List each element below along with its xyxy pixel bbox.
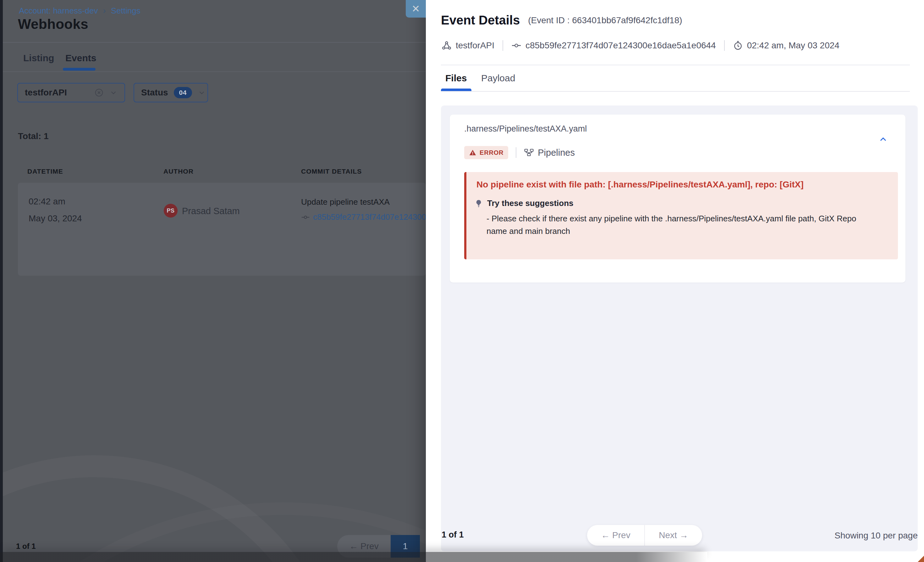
column-header-author: AUTHOR — [164, 167, 194, 175]
breadcrumb-account-link[interactable]: Account: harness-dev — [19, 6, 98, 16]
prev-button[interactable]: ← Prev — [587, 530, 644, 540]
status-count-badge: 04 — [174, 87, 192, 98]
error-message-box: No pipeline exist with file path: [.harn… — [464, 172, 898, 259]
header-divider — [3, 42, 426, 43]
per-page-label: Showing 10 per page — [834, 531, 918, 541]
file-result-card: .harness/Pipelines/testAXA.yaml ERROR — [450, 115, 906, 282]
commit-message: Update pipeline testAXA — [301, 197, 390, 207]
column-header-commit-details: COMMIT DETAILS — [301, 167, 362, 175]
tab-payload[interactable]: Payload — [481, 73, 515, 84]
event-table-row[interactable]: 02:42 am May 03, 2024 PS Prasad Satam Up… — [18, 183, 426, 276]
event-date: May 03, 2024 — [28, 214, 82, 224]
column-header-datetime: DATETIME — [27, 167, 63, 175]
author-name: Prasad Satam — [182, 206, 240, 216]
commit-hash-row: c85b59fe27713f74d07e124300e16dae5a1e0644 — [301, 212, 426, 222]
chevron-down-icon[interactable] — [110, 88, 117, 97]
entity-type: Pipelines — [524, 148, 575, 158]
active-tab-underline — [63, 68, 96, 71]
commit-meta: c85b59fe27713f74d07e124300e16dae5a1e0644 — [512, 40, 716, 51]
tabs-divider — [3, 71, 426, 72]
screen: Account: harness-dev › Settings Webhooks… — [0, 0, 924, 562]
tab-files[interactable]: Files — [446, 73, 467, 84]
clock-icon — [733, 40, 743, 51]
webhook-icon — [442, 40, 452, 51]
webhook-meta: testforAPI — [442, 40, 494, 51]
breadcrumb-chevron-icon: › — [103, 6, 106, 16]
page-title: Webhooks — [18, 16, 88, 32]
left-edge-strip — [0, 0, 3, 562]
drawer-title: Event Details — [441, 13, 520, 27]
corner-resize-marker — [918, 556, 924, 562]
breadcrumb-settings-link[interactable]: Settings — [111, 6, 141, 16]
suggestions-header: Try these suggestions — [475, 199, 574, 208]
chevron-up-icon[interactable] — [878, 135, 888, 144]
pipelines-icon — [524, 148, 534, 158]
webhook-filter-value: testforAPI — [25, 88, 88, 98]
commit-hash-link[interactable]: c85b59fe27713f74d07e124300e16dae5a1e0644 — [313, 212, 426, 222]
page-count-summary: 1 of 1 — [16, 542, 36, 551]
warning-triangle-icon — [469, 149, 477, 156]
prev-page-button[interactable]: ← Prev — [337, 541, 391, 552]
error-status-badge: ERROR — [464, 146, 508, 159]
commit-hash-text: c85b59fe27713f74d07e124300e16dae5a1e0644 — [525, 40, 716, 51]
event-id: (Event ID : 663401bb67af9f642fc1df18) — [528, 15, 682, 25]
suggestion-text: - Please check if there exist any pipeli… — [486, 212, 861, 238]
error-status-label: ERROR — [480, 149, 504, 156]
author-avatar: PS — [164, 204, 178, 218]
total-count: Total: 1 — [18, 131, 48, 141]
next-button[interactable]: Next → — [645, 530, 702, 540]
entity-type-label: Pipelines — [538, 148, 575, 158]
file-status-row: ERROR Pipelines — [464, 145, 575, 160]
timestamp-meta: 02:42 am, May 03 2024 — [733, 40, 840, 51]
commit-icon — [301, 213, 310, 222]
error-title: No pipeline exist with file path: [.harn… — [477, 179, 804, 190]
event-meta-row: testforAPI c85b59fe27713f74d07e124300e16… — [442, 40, 840, 51]
lightbulb-icon — [475, 199, 483, 208]
webhook-filter-dropdown[interactable]: testforAPI — [17, 83, 125, 102]
breadcrumb: Account: harness-dev › Settings — [19, 6, 141, 16]
drawer-tabs-divider — [441, 91, 910, 92]
status-row-divider — [516, 147, 516, 158]
event-time: 02:42 am — [28, 197, 65, 206]
files-tab-content: .harness/Pipelines/testAXA.yaml ERROR — [441, 106, 918, 552]
event-details-drawer: Event Details (Event ID : 663401bb67af9f… — [426, 0, 924, 562]
drawer-page-summary: 1 of 1 — [442, 530, 464, 540]
status-filter-label: Status — [141, 88, 168, 98]
tab-listing[interactable]: Listing — [23, 53, 54, 63]
commit-icon — [512, 40, 521, 51]
file-path: .harness/Pipelines/testAXA.yaml — [464, 124, 587, 134]
bottom-overlay-bar — [0, 552, 707, 562]
close-drawer-button[interactable]: ✕ — [406, 0, 426, 18]
drawer-header-divider — [441, 65, 910, 65]
tab-events[interactable]: Events — [65, 53, 96, 63]
suggestions-title: Try these suggestions — [487, 199, 574, 208]
drawer-header: Event Details (Event ID : 663401bb67af9f… — [441, 13, 682, 27]
chevron-down-icon[interactable] — [198, 88, 206, 97]
clear-filter-icon[interactable] — [94, 88, 104, 97]
meta-divider — [724, 40, 725, 51]
status-filter-dropdown[interactable]: Status 04 — [134, 83, 208, 102]
meta-divider — [502, 40, 503, 51]
event-timestamp: 02:42 am, May 03 2024 — [747, 40, 840, 51]
drawer-pagination: ← Prev Next → — [587, 525, 702, 546]
webhook-name: testforAPI — [456, 40, 494, 51]
